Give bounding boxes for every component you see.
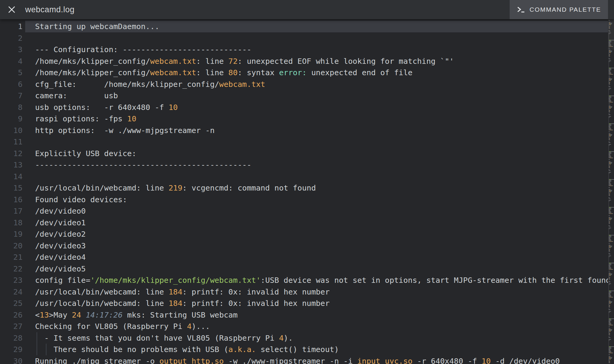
minimap-line	[609, 254, 614, 254]
log-line-text: camera: usb	[25, 90, 608, 102]
minimap-line	[609, 204, 614, 205]
minimap-line	[609, 97, 614, 98]
minimap-line	[609, 297, 614, 297]
minimap-line	[609, 174, 614, 174]
minimap-line	[609, 189, 614, 190]
minimap-line	[609, 229, 614, 230]
minimap-line	[609, 172, 614, 173]
minimap-line	[609, 194, 614, 195]
minimap-line	[609, 342, 614, 342]
terminal-prompt-icon	[517, 6, 525, 13]
minimap-line	[609, 283, 614, 283]
minimap-line	[609, 163, 614, 164]
minimap-line	[609, 118, 614, 119]
minimap-line	[609, 65, 614, 66]
log-line-text: /dev/video1	[25, 217, 608, 229]
minimap-line	[609, 321, 614, 322]
minimap-line	[609, 34, 614, 34]
minimap-line	[609, 106, 614, 107]
minimap-line	[609, 54, 614, 55]
minimap-line	[609, 23, 614, 23]
minimap-line	[609, 305, 614, 306]
line-number: 23	[0, 274, 25, 286]
minimap-line	[609, 343, 614, 343]
minimap-line	[609, 333, 614, 333]
minimap-line	[609, 361, 614, 361]
minimap-line	[609, 274, 614, 274]
log-line-text: Running ./mjpg_streamer -o output_http.s…	[25, 355, 608, 364]
minimap-line	[609, 90, 614, 91]
line-number: 2	[0, 32, 25, 44]
log-line-text: /usr/local/bin/webcamd: line 184: printf…	[25, 286, 608, 298]
log-line: 10http options: -w ./www-mjpgstreamer -n	[0, 125, 608, 136]
minimap-line	[609, 229, 614, 229]
log-line: 20/dev/video3	[0, 240, 608, 252]
minimap-line	[609, 335, 614, 335]
minimap-line	[609, 310, 614, 311]
minimap-gap	[609, 354, 614, 354]
minimap-line	[609, 299, 614, 299]
log-content: 1Starting up webcamDaemon...23--- Config…	[0, 19, 608, 364]
minimap-line	[609, 300, 614, 300]
line-number: 16	[0, 194, 25, 206]
minimap[interactable]	[608, 19, 614, 364]
minimap-line	[609, 63, 614, 64]
minimap-line	[609, 276, 614, 277]
log-line: 13--------------------------------------…	[0, 159, 608, 171]
command-palette-button[interactable]: COMMAND PALETTE	[510, 0, 608, 19]
minimap-line	[609, 336, 614, 336]
minimap-line	[609, 344, 614, 344]
minimap-line	[609, 322, 614, 323]
minimap-line	[609, 137, 614, 138]
minimap-line	[609, 251, 614, 252]
log-line-text: /usr/local/bin/webcamd: line 184: printf…	[25, 297, 608, 309]
minimap-line	[609, 82, 614, 83]
minimap-line	[609, 193, 614, 193]
minimap-line	[609, 87, 614, 88]
minimap-line	[609, 102, 614, 102]
minimap-line	[609, 173, 614, 173]
minimap-line	[609, 129, 614, 129]
close-icon	[8, 6, 16, 13]
minimap-line	[609, 52, 614, 53]
minimap-line	[609, 217, 614, 218]
close-button[interactable]	[5, 3, 19, 16]
minimap-line	[609, 144, 614, 145]
minimap-line	[609, 78, 614, 78]
minimap-line	[609, 207, 614, 208]
minimap-gap	[609, 158, 614, 159]
minimap-line	[609, 210, 614, 210]
minimap-line	[609, 302, 614, 303]
minimap-line	[609, 196, 614, 197]
minimap-line	[609, 250, 614, 251]
minimap-line	[609, 311, 614, 312]
minimap-line	[609, 77, 614, 77]
minimap-line	[609, 197, 614, 198]
log-line-text: There should be no problems with USB (a.…	[25, 344, 608, 355]
minimap-line	[609, 141, 614, 141]
minimap-line	[609, 243, 614, 244]
minimap-line	[609, 24, 614, 24]
minimap-line	[609, 247, 614, 248]
line-number: 10	[0, 125, 25, 136]
minimap-line	[609, 161, 614, 162]
minimap-line	[609, 105, 614, 106]
minimap-line	[609, 211, 614, 211]
minimap-line	[609, 291, 614, 292]
command-palette-label: COMMAND PALETTE	[529, 6, 601, 13]
minimap-line	[609, 20, 614, 21]
minimap-line	[609, 327, 614, 327]
minimap-line	[609, 78, 614, 79]
log-line: 5/home/mks/klipper_config/webcam.txt: li…	[0, 67, 608, 78]
minimap-line	[609, 215, 614, 216]
log-line: 27Checking for VL805 (Raspberry Pi 4)...	[0, 321, 608, 332]
minimap-line	[609, 25, 614, 26]
minimap-line	[609, 48, 614, 49]
minimap-line	[609, 166, 614, 166]
line-number: 3	[0, 44, 25, 55]
log-line: 2	[0, 32, 608, 44]
log-line: 17/dev/video0	[0, 205, 608, 217]
minimap-line	[609, 139, 614, 139]
minimap-line	[609, 157, 614, 157]
minimap-line	[609, 248, 614, 249]
